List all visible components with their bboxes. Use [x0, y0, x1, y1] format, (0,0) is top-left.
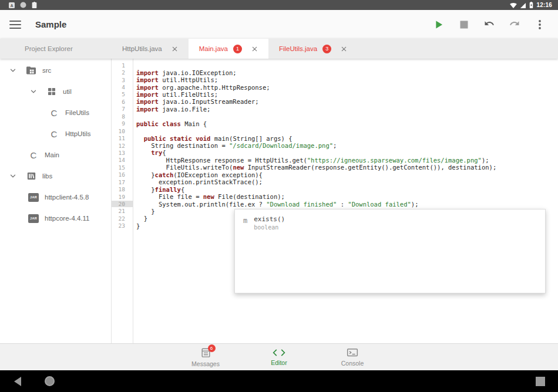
tab-close-button[interactable] — [341, 46, 347, 52]
run-button[interactable] — [433, 19, 444, 30]
code-line-text: HttpResponse response = HttpUtils.get("h… — [133, 157, 489, 164]
nav-item-editor[interactable]: Editor — [260, 348, 298, 366]
code-line[interactable]: 6import java.io.InputStreamReader; — [112, 98, 558, 105]
file-tab[interactable]: Main.java1 — [189, 39, 268, 59]
chevron-down-icon[interactable] — [28, 87, 39, 96]
stop-button[interactable] — [459, 19, 469, 30]
code-line[interactable]: 10 — [112, 127, 558, 134]
code-line[interactable]: 1 — [112, 62, 558, 69]
code-line-text: String destination = "/sdcard/Download/i… — [133, 142, 337, 149]
tree-item-httpcore-4.4.11[interactable]: JARhttpcore-4.4.11 — [0, 208, 111, 229]
back-button[interactable] — [14, 377, 21, 386]
code-line[interactable]: 7import java.io.File; — [112, 106, 558, 113]
status-bar: A 12:16 — [0, 0, 558, 10]
line-number: 10 — [112, 128, 133, 134]
code-editor[interactable]: 12import java.io.IOException;3import uti… — [112, 59, 558, 343]
file-tab[interactable]: FileUtils.java3 — [268, 39, 358, 59]
tree-item-httpclient-4.5.8[interactable]: JARhttpclient-4.5.8 — [0, 187, 111, 208]
code-line[interactable]: 3import util.HttpUtils; — [112, 76, 558, 83]
tree-item-src[interactable]: src — [0, 60, 111, 81]
tree-item-libs[interactable]: libs — [0, 165, 111, 187]
nav-item-messages[interactable]: 6Messages — [187, 347, 224, 367]
project-explorer-panel: srcutilCFileUtilsCHttpUtilsCMainlibsJARh… — [0, 59, 112, 343]
code-line[interactable]: 17 exception.printStackTrace(); — [112, 178, 558, 185]
tree-item-util[interactable]: util — [0, 81, 111, 102]
gutter-divider — [133, 59, 133, 343]
overflow-menu-button[interactable] — [535, 19, 545, 30]
code-line[interactable]: 11 public static void main(String[] args… — [112, 134, 558, 141]
autocomplete-suggestion[interactable]: m exists() boolean — [243, 215, 545, 231]
line-number: 19 — [112, 194, 133, 200]
tab-close-button[interactable] — [251, 46, 258, 52]
bottom-navigation: 6MessagesEditorConsole — [0, 343, 558, 370]
tree-item-httputils[interactable]: CHttpUtils — [0, 123, 111, 144]
tab-bar: Project Explorer HttpUtils.javaMain.java… — [0, 39, 558, 59]
recents-button[interactable] — [536, 377, 545, 386]
tree-item-label: HttpUtils — [65, 130, 90, 137]
jar-icon: JAR — [28, 214, 39, 223]
class-icon: C — [28, 150, 39, 160]
code-line-text: public class Main { — [133, 120, 207, 127]
code-line[interactable]: 5import util.FileUtils; — [112, 91, 558, 98]
class-icon: C — [49, 108, 59, 118]
tab-close-button[interactable] — [172, 46, 178, 52]
code-line-text: } — [133, 208, 155, 215]
line-number: 18 — [112, 186, 133, 192]
code-line[interactable]: 19 File file = new File(destination); — [112, 193, 558, 200]
chevron-down-icon[interactable] — [8, 172, 18, 180]
tree-item-label: libs — [42, 173, 52, 180]
code-line[interactable]: 2import java.io.IOException; — [112, 69, 558, 76]
code-line-text: File file = new File(destination); — [133, 193, 285, 200]
redo-button[interactable] — [509, 19, 520, 30]
line-number: 6 — [112, 99, 133, 105]
circle-notification-icon — [20, 2, 26, 8]
code-line[interactable]: 13 try{ — [112, 149, 558, 156]
cell-signal-icon — [520, 2, 526, 8]
code-line[interactable]: 14 HttpResponse response = HttpUtils.get… — [112, 157, 558, 164]
file-tab[interactable]: HttpUtils.java — [112, 39, 189, 59]
status-system-icons: 12:16 — [510, 2, 552, 8]
home-button[interactable] — [45, 376, 55, 386]
code-line[interactable]: 12 String destination = "/sdcard/Downloa… — [112, 142, 558, 149]
app-toolbar: Sample — [0, 10, 558, 39]
clock: 12:16 — [536, 2, 552, 8]
code-line[interactable]: 9public class Main { — [112, 120, 558, 127]
tree-item-label: util — [63, 88, 72, 95]
undo-button[interactable] — [484, 19, 495, 30]
tab-project-explorer[interactable]: Project Explorer — [0, 39, 112, 59]
code-line-text: try{ — [133, 149, 166, 156]
chevron-down-icon[interactable] — [8, 66, 18, 75]
line-number: 21 — [112, 208, 133, 214]
autocomplete-popup: m exists() boolean — [234, 209, 546, 293]
tree-item-label: src — [42, 67, 51, 74]
line-number: 8 — [112, 113, 133, 120]
nav-item-console[interactable]: Console — [334, 348, 371, 367]
tree-item-fileutils[interactable]: CFileUtils — [0, 102, 111, 123]
nav-item-label: Messages — [191, 360, 220, 367]
line-number: 4 — [112, 84, 133, 90]
android-navigation-bar — [0, 370, 558, 392]
wifi-icon — [510, 2, 517, 8]
member-kind-label: m — [243, 217, 247, 225]
menu-icon[interactable] — [9, 21, 21, 29]
code-area: 12import java.io.IOException;3import uti… — [112, 62, 558, 229]
line-number: 1 — [112, 62, 133, 69]
code-line[interactable]: 8 — [112, 113, 558, 120]
code-line-text: import java.io.IOException; — [133, 69, 237, 76]
code-line[interactable]: 15 FileUtils.writeTo(new InputStreamRead… — [112, 164, 558, 171]
code-line[interactable]: 18 }finally{ — [112, 185, 558, 192]
status-notification-icons: A — [9, 2, 37, 8]
line-number: 17 — [112, 179, 133, 185]
nav-item-label: Console — [341, 360, 364, 367]
nav-item-label: Editor — [271, 359, 287, 366]
tree-item-label: Main — [45, 151, 59, 158]
class-icon: C — [49, 129, 59, 139]
code-line-text: exception.printStackTrace(); — [133, 178, 263, 185]
code-line[interactable]: 20 System.out.println(file.ex ? "Downloa… — [112, 200, 558, 207]
tree-item-main[interactable]: CMain — [0, 144, 111, 165]
code-line[interactable]: 4import org.apache.http.HttpResponse; — [112, 83, 558, 90]
file-tab-label: FileUtils.java — [279, 45, 317, 52]
code-line-text: import util.FileUtils; — [133, 91, 218, 98]
suggestion-name: exists() — [254, 215, 285, 223]
code-line[interactable]: 16 }catch(IOException exception){ — [112, 171, 558, 178]
